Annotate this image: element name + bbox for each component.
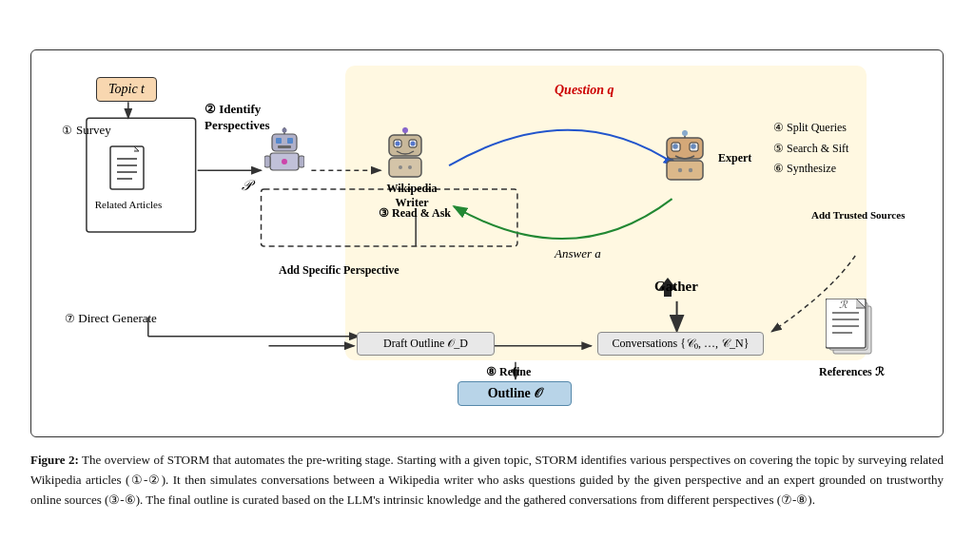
- gather-text: Gather: [654, 279, 698, 295]
- references-doc-stack: ℛ: [826, 299, 878, 364]
- refine-label: ⑧ Refine: [486, 365, 531, 379]
- svg-rect-27: [278, 145, 291, 148]
- draft-outline-box: Draft Outline 𝒪_D: [357, 332, 495, 356]
- read-ask-label: ③ Read & Ask: [379, 206, 451, 221]
- specific-perspective-label: Add Specific Perspective: [279, 263, 399, 278]
- diagram-inner: Topic t ① Survey: [50, 66, 924, 417]
- svg-point-33: [402, 127, 408, 133]
- expert-label: Expert: [718, 151, 751, 165]
- wiki-writer-robot-icon: [381, 127, 429, 183]
- survey-text: Survey: [76, 123, 111, 137]
- svg-rect-31: [299, 156, 304, 167]
- svg-rect-26: [287, 138, 293, 144]
- svg-point-40: [399, 165, 402, 169]
- caption-bold: Figure 2:: [30, 453, 79, 467]
- svg-point-23: [282, 128, 287, 133]
- conversations-box: Conversations {𝒞₀, …, 𝒞_N}: [597, 332, 764, 356]
- perspective-label: 𝒫: [241, 178, 251, 194]
- references-label: References ℛ: [819, 365, 885, 379]
- search-sift-label: ⑤ Search & Sift: [773, 139, 848, 160]
- svg-point-51: [689, 168, 692, 172]
- svg-point-47: [672, 144, 678, 149]
- svg-text:ℛ: ℛ: [839, 299, 848, 310]
- svg-point-48: [691, 144, 696, 149]
- svg-rect-17: [110, 146, 144, 189]
- survey-label: ① Survey: [62, 121, 111, 138]
- topic-label: Topic t: [108, 82, 145, 96]
- svg-rect-49: [667, 161, 703, 180]
- split-queries-label: ④ Split Queries: [773, 118, 848, 139]
- svg-point-29: [282, 159, 287, 164]
- gather-area: Gather: [654, 273, 681, 299]
- survey-num: ①: [62, 124, 72, 137]
- svg-point-38: [411, 142, 416, 146]
- svg-point-43: [682, 130, 688, 136]
- figure-caption: Figure 2: The overview of STORM that aut…: [30, 451, 944, 510]
- related-articles-label: Related Articles: [90, 199, 166, 210]
- page-container: Topic t ① Survey: [30, 49, 944, 510]
- svg-rect-39: [389, 158, 421, 177]
- svg-point-37: [396, 142, 400, 146]
- synthesize-label: ⑥ Synthesize: [773, 159, 848, 180]
- topic-box: Topic t: [96, 77, 157, 102]
- outline-box: Outline 𝒪: [458, 381, 572, 406]
- svg-rect-30: [264, 156, 270, 167]
- expert-robot-icon: [659, 130, 711, 186]
- svg-rect-24: [272, 134, 297, 151]
- answer-label: Answer a: [555, 246, 601, 261]
- right-side-labels: ④ Split Queries ⑤ Search & Sift ⑥ Synthe…: [773, 118, 848, 180]
- svg-point-50: [678, 168, 682, 172]
- small-robot-icon: [264, 127, 304, 177]
- question-label: Question q: [555, 83, 614, 98]
- diagram-area: Topic t ① Survey: [30, 49, 944, 437]
- direct-generate-label: ⑦ Direct Generate: [65, 311, 157, 326]
- caption-text: The overview of STORM that automates the…: [30, 453, 944, 507]
- svg-point-41: [408, 165, 412, 169]
- trusted-sources-label: Add Trusted Sources: [811, 208, 905, 222]
- survey-doc-icon: [106, 142, 153, 203]
- svg-rect-25: [276, 138, 282, 144]
